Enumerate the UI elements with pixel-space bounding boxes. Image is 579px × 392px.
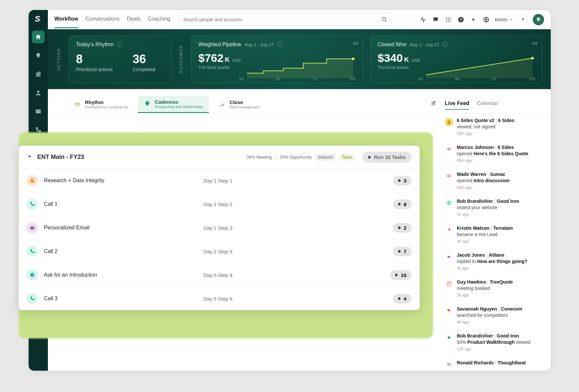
svg-point-7 [446, 21, 447, 22]
feed-body: Marcus Johnson | 6 Sides opened Here's t… [457, 144, 528, 163]
feed-list: 6 Sides Quote v2 | 6 Sides viewed, not s… [442, 113, 545, 365]
help-icon[interactable]: ? [457, 16, 465, 24]
svg-point-13 [352, 58, 355, 60]
tab-coaching[interactable]: Coaching [148, 16, 170, 28]
feed-item[interactable]: Bob Brandishier | Good Iron visited your… [442, 194, 545, 221]
tab-workflow[interactable]: Workflow [55, 16, 78, 28]
topbar-right: ? Kevin + [419, 14, 544, 25]
avatar[interactable] [533, 14, 544, 25]
rhythm-tab-title: Rhythm [85, 99, 128, 105]
tag-team: Team [339, 154, 355, 161]
filter-settings-icon[interactable] [430, 100, 436, 108]
cadence-step-row[interactable]: Ask for an Introduction Day 5 Step 8 16 [19, 263, 420, 287]
section-tab-close[interactable]: CloseDeal management [212, 96, 265, 112]
step-count-button[interactable]: 8 [393, 199, 412, 209]
feed-time: 45m ago [457, 158, 528, 163]
tab-live-feed[interactable]: Live Feed [445, 100, 470, 110]
expand-chart-icon[interactable] [353, 40, 358, 47]
step-count-button[interactable]: 2 [393, 223, 412, 233]
feed-body: Ronald Richards | Thoughtbeat opened Re:… [457, 360, 527, 365]
feed-item[interactable]: 6 Sides Quote v2 | 6 Sides viewed, not s… [442, 113, 545, 140]
cadence-step-row[interactable]: Research + Data Integrity Day 1 Step 1 3 [19, 169, 420, 193]
feed-body: Bob Brandishier | Good Iron visited your… [457, 198, 519, 217]
pipeline-value: $762 [199, 52, 224, 65]
reply-icon [445, 253, 453, 261]
play-icon [395, 273, 398, 277]
play-icon [398, 202, 401, 206]
tab-calendar[interactable]: Calendar [477, 100, 498, 110]
nav-person-icon[interactable] [32, 86, 45, 99]
feed-body: Bob Brandishier | Good Iron 50% Product … [457, 333, 530, 352]
play-icon [398, 179, 401, 182]
activity-icon[interactable] [419, 16, 427, 24]
cadences-icon [144, 100, 151, 107]
feed-body: Savannah Nguyen | Conecom searched for c… [457, 306, 522, 325]
bolt-icon[interactable] [470, 16, 478, 24]
feed-item[interactable]: Marcus Johnson | 6 Sides opened Here's t… [442, 140, 545, 167]
globe-icon[interactable] [482, 16, 490, 24]
completed-count: 36 [133, 52, 155, 66]
download-icon [445, 118, 453, 126]
cadence-meeting: 38% Meeting [247, 155, 272, 160]
cadence-step-row[interactable]: Call 2 Day 2 Step 5 7 [19, 240, 420, 263]
svg-point-0 [382, 17, 386, 21]
cadence-step-row[interactable]: Call 1 Day 1 Step 2 8 [19, 193, 420, 216]
run-tasks-button[interactable]: Run 32 Tasks [362, 152, 412, 163]
chat-icon[interactable] [432, 16, 440, 24]
user-menu[interactable]: Kevin [495, 17, 513, 22]
feed-item[interactable]: Savannah Nguyen | Conecom searched for c… [442, 302, 545, 329]
section-tab-rhythm[interactable]: RhythmPrioritized by Conductor AI [68, 96, 134, 112]
step-type-icon [27, 246, 38, 257]
hero-band: ACTIONS Today's Rhythmi 8Prioritized act… [48, 29, 551, 89]
info-icon[interactable]: i [277, 42, 282, 47]
rhythm-icon [74, 101, 81, 108]
search-box[interactable] [179, 13, 392, 26]
rhythm-title: Today's Rhythm [76, 42, 114, 48]
feed-body: Kristin Watson | Terratam became a Hot L… [457, 225, 513, 244]
search-input[interactable] [183, 17, 381, 22]
feed-item[interactable]: Guy Hawkins | TreeQuote meeting booked 3… [442, 275, 545, 302]
pipeline-card: Weighted PipelineMay 1 - July 27i $762KU… [191, 35, 363, 83]
feed-item[interactable]: Jacob Jones | Atilane replied to How are… [442, 248, 545, 275]
svg-point-5 [448, 19, 449, 20]
collapse-chevron-icon[interactable] [27, 154, 33, 161]
step-count-button[interactable]: 16 [390, 270, 412, 280]
cadence-step-row[interactable]: Call 3 Day 5 Step 9 4 [19, 287, 420, 310]
step-count-button[interactable]: 7 [393, 247, 412, 256]
svg-point-18 [433, 103, 434, 104]
step-count-button[interactable]: 3 [393, 176, 412, 186]
feed-body: 6 Sides Quote v2 | 6 Sides viewed, not s… [457, 117, 514, 136]
feed-item[interactable]: Ronald Richards | Thoughtbeat opened Re:… [442, 356, 545, 365]
step-name: Ask for an Introduction [44, 272, 204, 278]
dialpad-icon[interactable] [444, 16, 452, 24]
right-panel-tabs: Live Feed Calendar [442, 94, 545, 113]
cadence-step-row[interactable]: Personalized Email Day 1 Step 3 2 [19, 216, 420, 240]
feed-time: 12h ago [457, 346, 530, 352]
step-count: 4 [404, 296, 406, 302]
expand-chart-icon[interactable] [532, 40, 537, 47]
nav-mail-icon[interactable] [32, 105, 45, 118]
closed-ticks: 5/16/17/17/29 [419, 77, 535, 81]
nav-rocket-icon[interactable] [32, 49, 45, 62]
info-icon[interactable]: i [443, 42, 448, 47]
step-name: Call 2 [44, 248, 204, 254]
run-label: Run 32 Tasks [374, 154, 406, 160]
feed-item[interactable]: Kristin Watson | Terratam became a Hot L… [442, 221, 545, 248]
feed-time: 3h ago [457, 293, 513, 298]
prioritized-count: 8 [76, 52, 113, 66]
step-count-button[interactable]: 4 [393, 294, 412, 304]
info-icon[interactable]: i [117, 42, 122, 47]
section-tab-cadences[interactable]: CadencesProspecting and relationships [138, 96, 209, 113]
closed-card: Closed WonMay 1 - July 27i $340KUSD This… [370, 35, 542, 83]
svg-rect-16 [74, 102, 80, 104]
add-button[interactable]: + [518, 15, 528, 25]
nav-building-icon[interactable] [32, 68, 45, 80]
feed-item[interactable]: Bob Brandishier | Good Iron 50% Product … [442, 329, 545, 356]
feed-item[interactable]: Wade Warren | Sumac opened Intro discuss… [442, 167, 545, 194]
close-icon [218, 101, 225, 108]
step-meta: Day 5 Step 9 [204, 296, 393, 302]
nav-home-icon[interactable] [32, 31, 45, 43]
tab-conversations[interactable]: Conversations [85, 16, 119, 28]
closed-range: May 1 - July 27 [410, 42, 439, 47]
tab-deals[interactable]: Deals [127, 16, 140, 28]
